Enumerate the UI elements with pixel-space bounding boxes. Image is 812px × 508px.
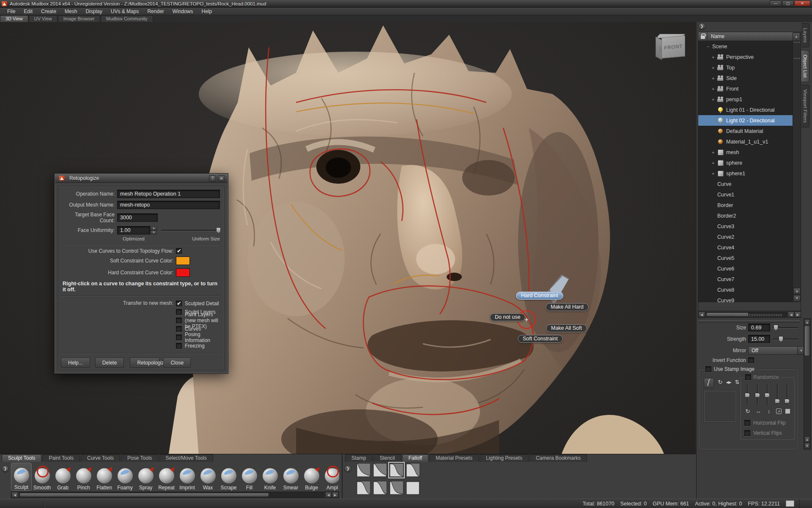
- strength-slider[interactable]: [773, 336, 798, 342]
- tree-item[interactable]: − Scene: [698, 41, 793, 52]
- use-stamp-checkbox[interactable]: [705, 366, 711, 372]
- output-mesh-name-input[interactable]: mesh-retopo: [117, 201, 220, 209]
- menu-item[interactable]: Help: [198, 8, 216, 15]
- tool-button[interactable]: Sculpt: [11, 463, 32, 491]
- preset-tray-tab[interactable]: Stamp: [345, 454, 373, 462]
- face-count-input[interactable]: 3000: [117, 213, 158, 222]
- tool-button[interactable]: Flatten: [94, 463, 115, 491]
- face-uniformity-stepper[interactable]: ▲▼: [151, 226, 157, 235]
- tool-button[interactable]: Bulge: [301, 463, 322, 491]
- use-curves-checkbox[interactable]: [176, 248, 182, 254]
- operation-name-input[interactable]: mesh Retopo Operation 1: [117, 190, 220, 198]
- menu-item[interactable]: Render: [143, 8, 167, 15]
- menu-item[interactable]: Mesh: [61, 8, 81, 15]
- tree-item[interactable]: + sphere1: [698, 168, 793, 179]
- preset-tray-tab[interactable]: Stencil: [373, 454, 401, 462]
- soft-constraint-color-swatch[interactable]: [176, 257, 190, 265]
- tree-scroll-down-icon[interactable]: ▼: [793, 295, 801, 301]
- tool-button[interactable]: Smear: [280, 463, 301, 491]
- marking-menu-item[interactable]: Make All Hard: [546, 303, 589, 311]
- title-bar[interactable]: Autodesk Mudbox 2014 x64 - Unregistered …: [0, 0, 812, 8]
- tree-expander[interactable]: +: [712, 171, 717, 176]
- tool-button[interactable]: Imprint: [177, 463, 198, 491]
- tool-button[interactable]: Ampl: [322, 463, 339, 491]
- menu-item[interactable]: File: [3, 8, 19, 15]
- tree-item[interactable]: Light 01 - Directional: [698, 105, 793, 115]
- name-column-header[interactable]: Name: [708, 33, 724, 39]
- menu-item[interactable]: Display: [82, 8, 106, 15]
- tree-item[interactable]: Curve1: [698, 189, 793, 200]
- properties-scroll-down-icon[interactable]: ▼: [804, 443, 810, 449]
- tree-item[interactable]: + persp1: [698, 94, 793, 105]
- tool-button[interactable]: Spray: [135, 463, 156, 491]
- transfer-option-checkbox[interactable]: [176, 309, 182, 315]
- preset-tray-tab[interactable]: Falloff: [402, 454, 428, 462]
- size-input[interactable]: 0.69: [748, 323, 770, 331]
- tree-expander[interactable]: +: [712, 97, 717, 102]
- face-uniformity-slider[interactable]: [161, 230, 220, 231]
- size-slider-handle[interactable]: [774, 325, 778, 331]
- tree-scroll-left-icon[interactable]: ◀: [788, 312, 794, 318]
- tools-scroll-right-icon[interactable]: ▶: [332, 492, 338, 498]
- tool-button[interactable]: Knife: [260, 463, 280, 491]
- tree-scroll-up-icon[interactable]: ▲: [793, 288, 801, 294]
- menu-item[interactable]: Create: [37, 8, 60, 15]
- tree-scroll-up-button[interactable]: ▲: [793, 33, 800, 41]
- stamp-shape-button[interactable]: [704, 378, 714, 388]
- marking-menu-item[interactable]: Do not use: [490, 313, 525, 321]
- dialog-button[interactable]: Close: [163, 358, 191, 368]
- dialog-help-icon[interactable]: ?: [209, 175, 216, 182]
- randomize-horizontal-icon[interactable]: ↔: [755, 408, 762, 414]
- tool-button[interactable]: Fill: [239, 463, 260, 491]
- side-tab[interactable]: Object List: [801, 50, 809, 82]
- falloff-preset[interactable]: [406, 481, 420, 495]
- tree-item[interactable]: + sphere: [698, 157, 793, 168]
- tree-scroll-left-icon[interactable]: ◀: [698, 312, 705, 318]
- face-uniformity-input[interactable]: 1.00: [117, 226, 150, 235]
- properties-scroll-thumb[interactable]: [805, 326, 809, 356]
- marking-menu-item[interactable]: Soft Constraint: [518, 335, 563, 343]
- falloff-preset[interactable]: [406, 463, 420, 477]
- tree-expander[interactable]: +: [712, 86, 717, 91]
- stamp-flip-vertical-icon[interactable]: ⇅: [734, 379, 741, 385]
- stamp-flip-horizontal-icon[interactable]: ◂▸: [725, 379, 732, 385]
- transfer-option-checkbox[interactable]: [176, 334, 182, 340]
- face-uniformity-slider-handle[interactable]: [216, 227, 221, 233]
- view-cube[interactable]: LEFT FRONT: [655, 33, 688, 63]
- dialog-button[interactable]: Retopologize: [130, 358, 159, 368]
- tree-item[interactable]: Curve8: [698, 284, 793, 295]
- tree-vertical-scrollbar[interactable]: ▲ ▼: [793, 41, 801, 302]
- tree-item[interactable]: Material_1_u1_v1: [698, 136, 793, 147]
- view-tab[interactable]: UV View: [29, 15, 58, 22]
- side-tab[interactable]: Layers: [801, 23, 809, 47]
- tree-scroll-right-icon[interactable]: ▶: [795, 312, 801, 318]
- tree-item[interactable]: Curve5: [698, 253, 793, 263]
- transfer-option-checkbox[interactable]: [176, 318, 182, 323]
- tree-item[interactable]: Curve: [698, 179, 793, 189]
- falloff-preset[interactable]: [373, 463, 387, 477]
- tool-tray-tab[interactable]: Curve Tools: [81, 454, 120, 462]
- side-tab[interactable]: Viewport Filters: [801, 85, 809, 127]
- preset-tray-tab[interactable]: Camera Bookmarks: [529, 454, 587, 462]
- view-tab[interactable]: Image Browser: [58, 15, 100, 22]
- randomize-checkbox[interactable]: [745, 374, 751, 380]
- hard-constraint-color-swatch[interactable]: [176, 268, 190, 277]
- marking-menu-item[interactable]: Hard Constraint: [516, 292, 563, 300]
- close-button[interactable]: ✕: [794, 0, 810, 6]
- marking-menu-item[interactable]: Make All Soft: [546, 324, 587, 332]
- tree-item[interactable]: Border: [698, 200, 793, 210]
- randomize-rotate-icon[interactable]: ↻: [744, 408, 751, 414]
- tree-item[interactable]: + Top: [698, 62, 793, 73]
- tree-expander[interactable]: +: [712, 55, 717, 60]
- tree-item[interactable]: Curve4: [698, 242, 793, 253]
- tree-item[interactable]: Curve3: [698, 221, 793, 232]
- dialog-title-bar[interactable]: Retopologize ? ✕: [55, 174, 228, 183]
- dialog-close-icon[interactable]: ✕: [218, 175, 225, 182]
- preset-tray-tab[interactable]: Material Presets: [429, 454, 479, 462]
- randomize-slider-2[interactable]: [757, 384, 758, 405]
- randomize-vertical-icon[interactable]: ↕: [765, 408, 772, 414]
- menu-item[interactable]: Windows: [169, 8, 197, 15]
- view-tab[interactable]: Mudbox Community: [101, 15, 153, 22]
- tree-item[interactable]: + mesh: [698, 147, 793, 157]
- preset-tray-tab[interactable]: Lighting Presets: [480, 454, 529, 462]
